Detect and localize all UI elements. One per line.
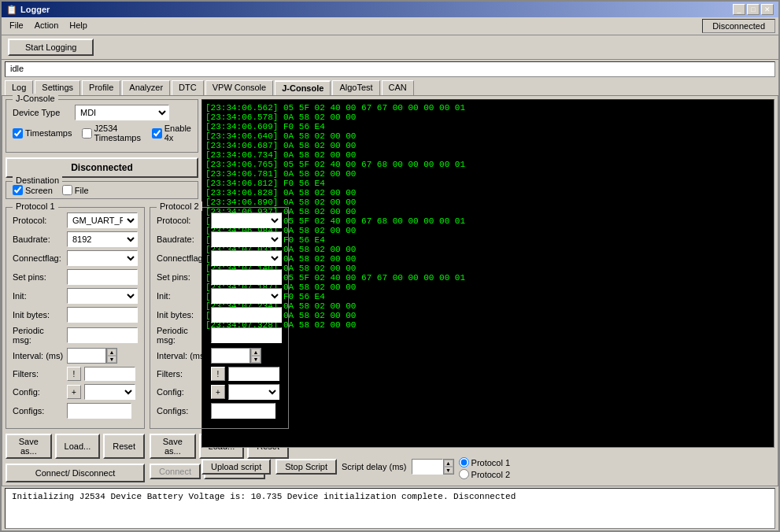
p2-filters-input[interactable] (228, 367, 279, 381)
p2-interval-up[interactable]: ▲ (251, 349, 261, 356)
protocol2-radio[interactable] (459, 469, 469, 479)
p1-protocol-select[interactable]: GM_UART_PS ISO15765 (67, 212, 138, 228)
timestamps-checkbox[interactable] (13, 128, 23, 139)
screen-checkbox-label[interactable]: Screen (13, 185, 53, 195)
p1-config-label: Config: (13, 387, 64, 397)
p2-connectflag-select[interactable] (211, 250, 282, 266)
tab-j-console[interactable]: J-Console (275, 80, 331, 95)
protocols-area: Protocol 1 Protocol: GM_UART_PS ISO15765… (6, 207, 198, 482)
p2-interval-input[interactable]: 3000 (211, 348, 250, 364)
menu-help[interactable]: Help (65, 19, 92, 33)
p1-connect-disconnect-button[interactable]: Connect/ Disconnect (6, 464, 145, 482)
tab-analyzer[interactable]: Analyzer (122, 80, 170, 95)
protocol1-radio[interactable] (459, 457, 469, 467)
menu-file[interactable]: File (5, 19, 28, 33)
p2-baudrate-select[interactable] (211, 231, 282, 247)
p2-config-add-button[interactable]: + (211, 385, 225, 399)
script-delay-down[interactable]: ▼ (444, 467, 453, 474)
protocol1-group: Protocol 1 Protocol: GM_UART_PS ISO15765… (6, 207, 145, 429)
p2-setpins-input[interactable] (211, 269, 282, 285)
p1-setpins-input[interactable]: 00000900 (67, 269, 138, 285)
p1-init-select[interactable] (67, 288, 138, 304)
p2-saveas-button[interactable]: Save as... (150, 434, 196, 459)
p1-initbytes-input[interactable] (67, 307, 138, 323)
protocol2-radio-label[interactable]: Protocol 2 (459, 469, 511, 479)
p1-filters-button[interactable]: ! (67, 367, 81, 381)
p1-init-label: Init: (13, 291, 64, 301)
file-checkbox-label[interactable]: File (62, 185, 89, 195)
p2-connect-button: Connect (150, 464, 201, 479)
script-delay-up[interactable]: ▲ (444, 460, 453, 467)
protocol2-title: Protocol 2 (157, 201, 202, 211)
tab-dtc[interactable]: DTC (172, 80, 204, 95)
p1-load-button[interactable]: Load... (55, 434, 101, 459)
menu-bar: File Action Help Disconnected (2, 17, 778, 35)
p2-interval-down[interactable]: ▼ (251, 356, 261, 363)
start-logging-button[interactable]: Start Logging (8, 39, 94, 56)
protocol2-group: Protocol 2 Protocol: Baudrate: (150, 207, 289, 429)
script-delay-spinbox: 0 ▲ ▼ (412, 459, 454, 475)
j-console-group: J-Console Device Type MDI J2534 Timestam… (6, 99, 198, 153)
p2-interval-label: Interval: (ms) (157, 351, 208, 360)
p1-saveas-button[interactable]: Save as... (6, 434, 52, 459)
app-title: Logger (20, 5, 50, 14)
p1-configs-label: Configs: (13, 406, 64, 416)
screen-checkbox[interactable] (13, 185, 23, 195)
p2-init-select[interactable] (211, 288, 282, 304)
p1-reset-button[interactable]: Reset (103, 434, 145, 459)
j-console-group-title: J-Console (13, 94, 58, 103)
p1-interval-up[interactable]: ▲ (107, 349, 116, 356)
p2-configs-input[interactable] (211, 403, 275, 419)
maximize-button[interactable]: □ (747, 4, 760, 15)
stop-script-button[interactable]: Stop Script (275, 459, 337, 475)
p2-periodicmsg-label: Periodic msg: (157, 326, 208, 345)
p1-baudrate-select[interactable]: 8192 (67, 231, 138, 247)
p1-periodicmsg-input[interactable] (67, 327, 138, 343)
protocol1-title: Protocol 1 (13, 201, 58, 211)
upload-script-button[interactable]: Upload script (201, 459, 271, 475)
p1-connectflag-label: Connectflag: (13, 253, 64, 263)
menu-action[interactable]: Action (30, 19, 64, 33)
enable4x-checkbox-label[interactable]: Enable 4x (152, 124, 191, 142)
tab-bar: Log Settings Profile Analyzer DTC VPW Co… (2, 79, 778, 95)
file-checkbox[interactable] (62, 185, 72, 195)
p1-protocol-label: Protocol: (13, 216, 64, 225)
tab-algotest[interactable]: AlgoTest (332, 80, 379, 95)
p1-config-select[interactable] (84, 384, 135, 400)
j2534-timestamps-checkbox-label[interactable]: J2534 Timestamps (82, 124, 142, 142)
p1-filters-label: Filters: (13, 369, 64, 379)
status-top: idle (5, 61, 775, 77)
p1-connectflag-select[interactable] (67, 250, 138, 266)
close-button[interactable]: ✕ (761, 4, 774, 15)
enable4x-checkbox[interactable] (152, 128, 162, 139)
script-delay-input[interactable]: 0 (412, 459, 443, 475)
device-type-label: Device Type (13, 108, 72, 117)
p1-interval-down[interactable]: ▼ (107, 356, 116, 363)
protocol1-radio-label[interactable]: Protocol 1 (459, 457, 511, 467)
device-type-select[interactable]: MDI J2534 (75, 105, 169, 120)
p2-filters-button[interactable]: ! (211, 367, 225, 381)
tab-profile[interactable]: Profile (82, 80, 120, 95)
p2-periodicmsg-input[interactable] (211, 327, 282, 343)
j2534-timestamps-checkbox[interactable] (82, 128, 92, 139)
protocol-radio-group: Protocol 1 Protocol 2 (459, 457, 511, 479)
p2-baudrate-label: Baudrate: (157, 235, 208, 244)
timestamps-checkbox-label[interactable]: Timestamps (13, 128, 72, 139)
p1-filters-input[interactable] (84, 367, 135, 381)
p1-interval-label: Interval: (ms) (13, 351, 64, 360)
p2-interval-spinbox: 3000 ▲ ▼ (211, 348, 261, 364)
tab-can[interactable]: CAN (382, 80, 414, 95)
p1-configs-input[interactable] (67, 403, 131, 419)
tab-vpw-console[interactable]: VPW Console (205, 80, 273, 95)
p2-config-select[interactable] (228, 384, 279, 400)
p2-initbytes-input[interactable] (211, 307, 282, 323)
p1-config-add-button[interactable]: + (67, 385, 81, 399)
p1-interval-input[interactable]: 3000 (67, 348, 106, 364)
title-bar: 📋 Logger _ □ ✕ (2, 2, 778, 17)
p2-initbytes-label: Init bytes: (157, 310, 208, 320)
minimize-button[interactable]: _ (733, 4, 745, 15)
p1-periodicmsg-label: Periodic msg: (13, 326, 64, 345)
p2-init-label: Init: (157, 291, 208, 301)
p1-btn-row: Save as... Load... Reset (6, 434, 145, 459)
p2-protocol-select[interactable] (211, 212, 282, 228)
